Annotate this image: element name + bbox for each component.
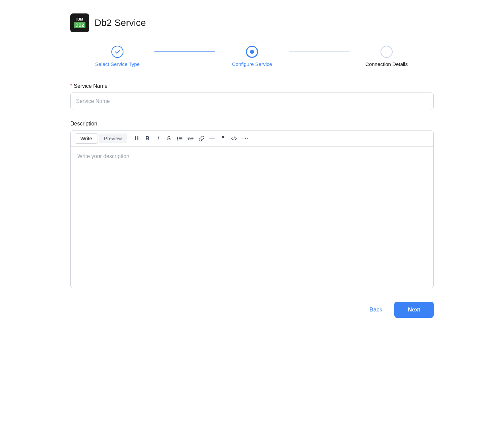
next-button[interactable]: Next [394,302,434,318]
bold-button[interactable]: B [142,134,152,144]
connector-2 [289,51,350,52]
service-name-section: * Service Name [70,83,434,110]
logo-db2-text: DB2 [74,22,85,28]
editor-toolbar: Write Preview H B I S [71,131,433,147]
tab-preview[interactable]: Preview [99,134,127,143]
step-1-label: Select Service Type [95,61,140,67]
step-3-label: Connection Details [365,61,408,67]
description-editor: Write Preview H B I S [70,130,434,288]
stepper: Select Service Type Configure Service Co… [70,46,434,67]
svg-point-0 [177,137,178,138]
step-1-circle [111,46,123,58]
hr-button[interactable]: — [207,134,217,144]
footer: Back Next [70,302,434,318]
link-button[interactable] [196,134,207,144]
required-indicator: * [70,83,72,89]
code-button[interactable]: </> [229,134,240,144]
description-label: Description [70,121,434,127]
step-3-circle [381,46,393,58]
description-editor-body[interactable]: Write your description [71,147,433,288]
service-name-input[interactable] [70,92,434,110]
description-section: Description Write Preview H B I [70,121,434,288]
quote-button[interactable]: ❝ [218,134,228,144]
step-connection-details: Connection Details [350,46,424,67]
connector-1 [154,51,215,52]
logo-ibm-text: IBM [76,17,83,21]
back-button[interactable]: Back [363,303,389,317]
strikethrough-button[interactable]: S [164,134,174,144]
page-title: Db2 Service [95,17,146,28]
svg-point-4 [177,139,178,140]
heading-button[interactable]: H [132,134,142,144]
ordered-list-button[interactable]: ½≡ [185,134,195,144]
toolbar-divider-1 [129,135,130,142]
service-name-label: * Service Name [70,83,434,89]
step-2-label: Configure Service [232,61,272,67]
more-button[interactable]: ··· [240,134,251,144]
italic-button[interactable]: I [153,134,163,144]
unordered-list-button[interactable] [175,134,185,144]
page-header: IBM DB2 Db2 Service [70,13,434,32]
description-placeholder: Write your description [77,153,129,159]
step-configure-service: Configure Service [215,46,289,67]
db2-logo: IBM DB2 [70,13,89,32]
svg-point-2 [177,138,178,139]
step-2-circle [246,46,258,58]
step-select-service-type: Select Service Type [80,46,154,67]
tab-write[interactable]: Write [75,133,98,144]
